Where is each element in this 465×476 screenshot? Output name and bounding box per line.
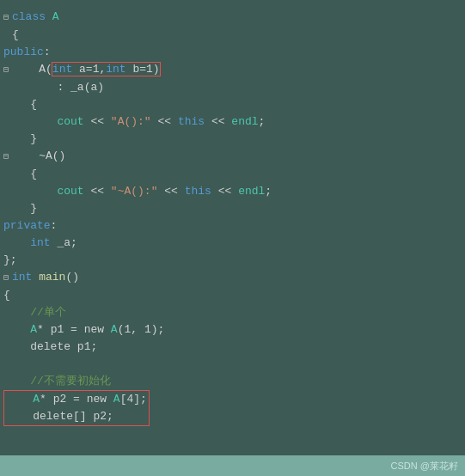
- string-1: "A():": [111, 115, 151, 128]
- member-var: _a;: [51, 236, 77, 249]
- footer-text: CSDN @莱花籽: [391, 460, 458, 473]
- red-box-block: A* p2 = new A[4]; delete[] p2;: [3, 390, 150, 426]
- collapse-destructor[interactable]: ⊟: [3, 149, 12, 166]
- brace-open: {: [12, 28, 19, 41]
- code-editor: ⊟class A { public: ⊟ A(int a=1,int b=1) …: [0, 0, 465, 455]
- endl-1: endl: [231, 115, 258, 128]
- cout-1: cout: [57, 115, 83, 128]
- footer-bar: CSDN @莱花籽: [0, 455, 465, 476]
- collapse-constructor[interactable]: ⊟: [3, 62, 12, 79]
- comment-single: //单个: [30, 306, 66, 319]
- public-keyword: public: [3, 46, 44, 58]
- class-a-1: A: [30, 323, 37, 336]
- delete-p1: delete p1;: [30, 340, 97, 353]
- class-keyword: class: [12, 10, 46, 23]
- int-keyword-member: int: [30, 236, 50, 249]
- this-1: this: [178, 115, 205, 128]
- comment-no-init: //不需要初始化: [30, 375, 111, 388]
- initializer: : _a(a): [57, 81, 104, 94]
- int-box: int a=1,int b=1): [52, 63, 160, 76]
- class-a-new-1: A: [111, 323, 118, 336]
- collapse-class[interactable]: ⊟: [3, 9, 12, 27]
- endl-2: endl: [238, 185, 265, 198]
- int-keyword-main: int: [12, 271, 32, 284]
- main-fn: main: [39, 271, 65, 284]
- this-2: this: [185, 185, 211, 198]
- class-name: A: [52, 10, 59, 23]
- cout-2: cout: [57, 185, 83, 198]
- collapse-main[interactable]: ⊟: [3, 270, 12, 287]
- private-keyword: private: [3, 219, 51, 232]
- class-end: };: [3, 253, 17, 266]
- destructor: ~A(): [39, 150, 65, 162]
- string-2: "~A():": [111, 185, 158, 198]
- code-content: ⊟class A { public: ⊟ A(int a=1,int b=1) …: [0, 3, 465, 431]
